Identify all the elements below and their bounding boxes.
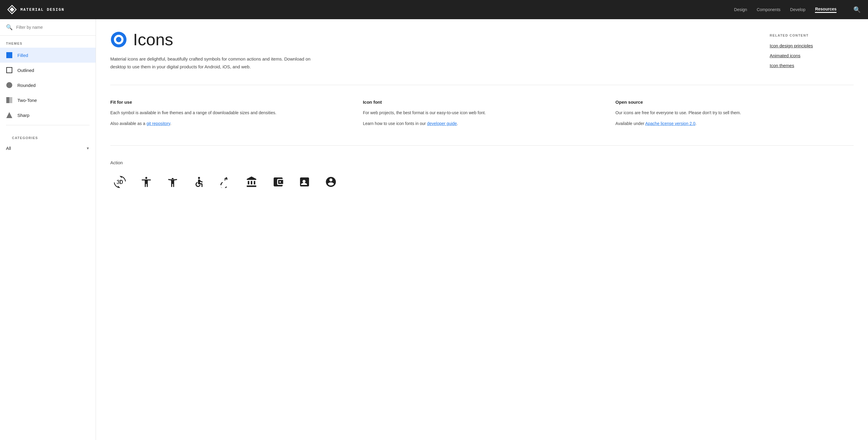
sharp-theme-icon: [6, 112, 12, 118]
feature-fit-for-use: Fit for use Each symbol is available in …: [110, 99, 348, 131]
icon-accessible-svg: [192, 175, 206, 189]
hero-title-row: Icons: [110, 31, 755, 48]
logo-icon: [7, 5, 17, 14]
svg-point-4: [116, 37, 121, 42]
hero-right: RELATED CONTENT Icon design principles A…: [770, 31, 854, 73]
theme-rounded[interactable]: Rounded: [0, 77, 96, 93]
rounded-theme-icon: [6, 82, 12, 88]
icon-accessible-forward[interactable]: [216, 172, 235, 191]
related-icon-themes[interactable]: Icon themes: [770, 63, 854, 68]
icon-account-balance-svg: [245, 175, 259, 189]
hero-section: Icons Material icons are delightful, bea…: [110, 31, 854, 85]
icons-section: Action: [110, 160, 854, 201]
feature-2-desc: For web projects, the best format is our…: [363, 109, 601, 117]
developer-guide-link[interactable]: developer guide: [427, 121, 457, 126]
feature-3-extra: Available under Apache license version 2…: [615, 120, 854, 127]
icon-account-balance-wallet-svg: [271, 175, 285, 189]
app-layout: 🔍 THEMES Filled Outlined Rounded: [0, 19, 868, 213]
nav-develop[interactable]: Develop: [790, 7, 805, 12]
features-section: Fit for use Each symbol is available in …: [110, 99, 854, 146]
sidebar: 🔍 THEMES Filled Outlined Rounded: [0, 19, 96, 213]
categories-label: CATEGORIES: [6, 130, 90, 142]
icon-account-balance-wallet[interactable]: [269, 172, 288, 191]
feature-1-desc: Each symbol is available in five themes …: [110, 109, 348, 117]
svg-marker-1: [9, 7, 14, 12]
outlined-theme-icon: [6, 67, 12, 73]
icon-account-box[interactable]: [295, 172, 314, 191]
nav-links: Design Components Develop Resources 🔍: [734, 6, 861, 13]
feature-3-title: Open source: [615, 99, 854, 104]
theme-rounded-label: Rounded: [18, 83, 36, 88]
theme-sharp[interactable]: Sharp: [0, 107, 96, 123]
theme-outlined-label: Outlined: [18, 68, 34, 73]
main-content: Icons Material icons are delightful, bea…: [96, 19, 868, 213]
feature-1-title: Fit for use: [110, 99, 348, 104]
sidebar-divider: [6, 125, 90, 125]
theme-sharp-label: Sharp: [18, 113, 29, 118]
theme-filled[interactable]: Filled: [0, 48, 96, 63]
filled-theme-icon: [6, 52, 12, 58]
feature-3-desc: Our icons are free for everyone to use. …: [615, 109, 854, 117]
icons-hero-icon: [110, 31, 127, 48]
icon-account-circle-svg: [324, 175, 338, 189]
apache-license-link[interactable]: Apache license version 2.0: [645, 121, 695, 126]
logo-area: MATERIAL DESIGN: [7, 5, 64, 14]
icons-grid: [110, 172, 854, 191]
nav-components[interactable]: Components: [757, 7, 780, 12]
related-animated-icons[interactable]: Animated icons: [770, 53, 854, 58]
icon-3d-rotation[interactable]: [110, 172, 129, 191]
hero-left: Icons Material icons are delightful, bea…: [110, 31, 755, 70]
hero-description: Material icons are delightful, beautiful…: [110, 55, 314, 70]
top-nav: MATERIAL DESIGN Design Components Develo…: [0, 0, 868, 19]
theme-outlined[interactable]: Outlined: [0, 63, 96, 77]
categories-dropdown[interactable]: All ▼: [6, 142, 90, 154]
related-icon-design[interactable]: Icon design principles: [770, 43, 854, 48]
page-title: Icons: [133, 31, 173, 48]
nav-design[interactable]: Design: [734, 7, 747, 12]
icon-accessibility-new[interactable]: [163, 172, 182, 191]
related-content-label: RELATED CONTENT: [770, 34, 854, 37]
site-title: MATERIAL DESIGN: [20, 7, 64, 12]
icon-account-circle[interactable]: [321, 172, 340, 191]
svg-point-6: [226, 177, 227, 179]
twotone-theme-icon: [6, 97, 12, 103]
search-icon[interactable]: 🔍: [853, 6, 861, 13]
theme-twotone-label: Two-Tone: [18, 98, 37, 103]
theme-filled-label: Filled: [18, 53, 28, 58]
git-repo-link[interactable]: git repository: [147, 121, 170, 126]
icon-accessible[interactable]: [189, 172, 209, 191]
sidebar-search-area: 🔍: [0, 19, 96, 36]
filter-search-icon: 🔍: [6, 24, 12, 31]
icon-accessible-forward-svg: [218, 175, 232, 189]
icon-account-box-svg: [297, 175, 312, 189]
icon-accessibility-svg: [139, 175, 153, 189]
categories-value: All: [6, 146, 11, 151]
themes-label: THEMES: [0, 36, 96, 48]
icon-accessibility[interactable]: [137, 172, 156, 191]
nav-resources[interactable]: Resources: [815, 7, 837, 13]
feature-icon-font: Icon font For web projects, the best for…: [363, 99, 601, 131]
feature-2-title: Icon font: [363, 99, 601, 104]
icons-category-label: Action: [110, 160, 854, 165]
svg-point-5: [198, 177, 200, 179]
icon-account-balance[interactable]: [242, 172, 261, 191]
dropdown-arrow-icon: ▼: [86, 146, 90, 151]
feature-2-extra: Learn how to use icon fonts in our devel…: [363, 120, 601, 127]
icon-3d-rotation-svg: [113, 175, 127, 189]
categories-section: CATEGORIES All ▼: [0, 128, 96, 154]
feature-1-extra: Also available as a git repository.: [110, 120, 348, 127]
feature-open-source: Open source Our icons are free for every…: [615, 99, 854, 131]
theme-twotone[interactable]: Two-Tone: [0, 93, 96, 107]
icon-accessibility-new-svg: [165, 175, 180, 189]
filter-input[interactable]: [16, 25, 90, 30]
